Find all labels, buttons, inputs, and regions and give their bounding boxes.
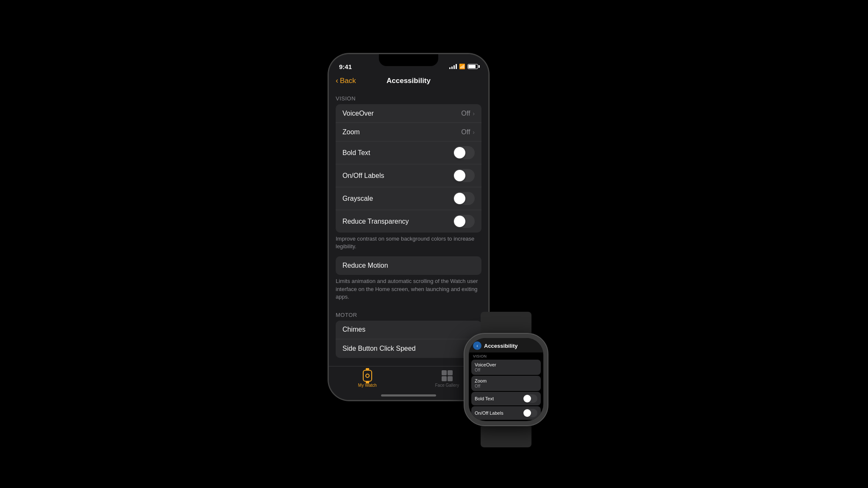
motion-description: Limits animation and automatic scrolling… (329, 275, 488, 305)
motion-settings-list: Reduce Motion (336, 256, 481, 275)
watch-back-chevron-icon: ‹ (476, 343, 478, 348)
scene: 9:41 📶 ‹ Ba (328, 53, 540, 435)
watch-onoff-toggle[interactable] (523, 409, 537, 417)
zoom-value: Off › (461, 128, 475, 136)
my-watch-tab-icon (362, 370, 373, 382)
watch-bold-text-toggle-knob (523, 395, 531, 402)
watch-bold-text-toggle[interactable] (523, 394, 537, 403)
grayscale-row: Grayscale (336, 187, 481, 210)
bold-text-label: Bold Text (342, 149, 370, 157)
watch-voiceover-label: VoiceOver (475, 362, 537, 367)
voiceover-status: Off (461, 110, 470, 117)
watch-back-button[interactable]: ‹ (473, 341, 481, 350)
back-label: Back (340, 77, 356, 85)
voiceover-label: VoiceOver (342, 110, 374, 117)
zoom-chevron-icon: › (473, 129, 475, 136)
reduce-transparency-toggle-knob (454, 216, 465, 227)
watch-band-top (481, 312, 531, 333)
onoff-labels-toggle[interactable] (453, 169, 475, 182)
battery-icon (467, 64, 478, 69)
iphone-notch (379, 54, 438, 66)
reduce-motion-row[interactable]: Reduce Motion (336, 256, 481, 275)
grayscale-label: Grayscale (342, 195, 373, 202)
bold-text-row: Bold Text (336, 141, 481, 164)
watch-nav-title: Accessibility (484, 343, 518, 349)
signal-icon (449, 64, 457, 69)
zoom-status: Off (461, 128, 470, 136)
status-time: 9:41 (339, 63, 352, 70)
back-button[interactable]: ‹ Back (336, 76, 356, 85)
reduce-transparency-toggle[interactable] (453, 215, 475, 228)
nav-bar: ‹ Back Accessibility (329, 73, 488, 89)
watch-zoom-value: Off (475, 384, 537, 388)
chimes-label: Chimes (342, 326, 365, 333)
watch-case: ‹ Accessibility VISION VoiceOver Off Zoo… (464, 333, 548, 426)
onoff-labels-toggle-knob (454, 170, 465, 181)
gallery-cell-1 (442, 370, 447, 375)
face-gallery-tab-icon (441, 370, 453, 382)
apple-watch: ‹ Accessibility VISION VoiceOver Off Zoo… (455, 312, 557, 435)
zoom-row[interactable]: Zoom Off › (336, 123, 481, 141)
watch-bold-text-row-inner: Bold Text (475, 394, 537, 403)
gallery-cell-4 (448, 376, 453, 381)
watch-face-icon (365, 374, 370, 378)
voiceover-value: Off › (461, 110, 475, 117)
vision-settings-list: VoiceOver Off › Zoom Off › (336, 104, 481, 233)
onoff-labels-label: On/Off Labels (342, 172, 384, 180)
watch-crown (548, 373, 548, 386)
home-indicator (381, 394, 436, 396)
watch-onoff-label: On/Off Labels (475, 410, 504, 416)
watch-onoff-row-inner: On/Off Labels (475, 409, 537, 417)
back-chevron-icon: ‹ (336, 76, 338, 85)
watch-bold-text-row: Bold Text (471, 392, 541, 405)
watch-voiceover-row[interactable]: VoiceOver Off (471, 360, 541, 375)
wifi-icon: 📶 (459, 64, 465, 69)
transparency-description: Improve contrast on some background colo… (329, 233, 488, 255)
gallery-cell-2 (448, 370, 453, 375)
watch-icon (363, 370, 372, 382)
side-button-label: Side Button Click Speed (342, 345, 416, 352)
reduce-motion-label: Reduce Motion (342, 262, 388, 269)
watch-zoom-label: Zoom (475, 378, 537, 383)
gallery-cell-3 (442, 376, 447, 381)
my-watch-tab-label: My Watch (358, 383, 377, 388)
status-icons: 📶 (449, 64, 478, 69)
face-gallery-icon (442, 370, 453, 381)
voiceover-row[interactable]: VoiceOver Off › (336, 104, 481, 123)
watch-zoom-row[interactable]: Zoom Off (471, 376, 541, 391)
watch-bold-text-label: Bold Text (475, 396, 494, 401)
onoff-labels-row: On/Off Labels (336, 164, 481, 187)
watch-vision-header: VISION (469, 352, 543, 359)
reduce-transparency-label: Reduce Transparency (342, 218, 409, 225)
watch-band-bottom (481, 426, 531, 447)
my-watch-tab[interactable]: My Watch (358, 370, 377, 388)
watch-screen: ‹ Accessibility VISION VoiceOver Off Zoo… (469, 338, 543, 421)
reduce-transparency-row: Reduce Transparency (336, 210, 481, 233)
bold-text-toggle[interactable] (453, 146, 475, 159)
bold-text-toggle-knob (454, 147, 465, 158)
grayscale-toggle-knob (454, 193, 465, 204)
watch-nav: ‹ Accessibility (469, 338, 543, 352)
zoom-label: Zoom (342, 128, 360, 136)
watch-onoff-row: On/Off Labels (471, 406, 541, 420)
watch-voiceover-value: Off (475, 368, 537, 372)
vision-section-header: VISION (329, 89, 488, 104)
page-title: Accessibility (387, 77, 431, 85)
grayscale-toggle[interactable] (453, 192, 475, 205)
voiceover-chevron-icon: › (473, 110, 475, 117)
watch-onoff-toggle-knob (523, 409, 531, 417)
